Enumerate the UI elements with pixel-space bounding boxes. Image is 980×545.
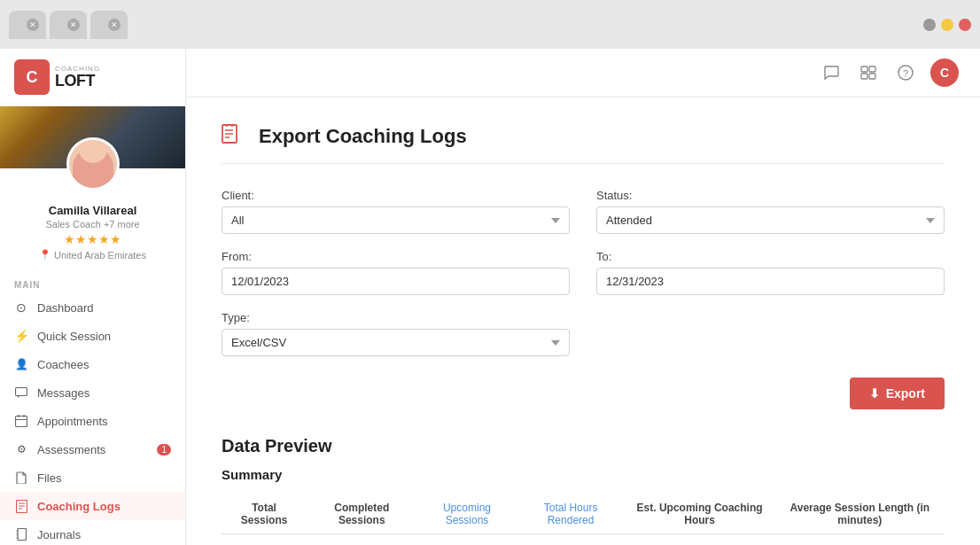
to-group: To:: [596, 250, 945, 295]
coachees-icon: 👤: [14, 357, 28, 371]
summary-est: 0: [625, 534, 775, 546]
from-label: From:: [222, 250, 570, 263]
window-btn-yellow[interactable]: [941, 19, 953, 31]
browser-tab-1[interactable]: ✕: [9, 11, 46, 39]
from-input[interactable]: [222, 268, 570, 295]
sidebar-item-label: Messages: [37, 386, 89, 400]
location-icon: 📍: [39, 249, 51, 261]
assessments-badge: 1: [157, 444, 171, 455]
export-form: Client: All Specific Client Status: Atte…: [222, 189, 945, 356]
window-btn-red[interactable]: [959, 19, 971, 31]
browser-tab-3[interactable]: ✕: [90, 11, 128, 39]
summary-total: 2: [222, 534, 307, 546]
summary-row: 2 2 0 0h 0m 19s 0 0.16 minutes: [222, 534, 945, 546]
type-select[interactable]: Excel/CSV PDF: [222, 329, 570, 356]
profile-role: Sales Coach +7 more: [0, 219, 185, 230]
summary-header-hours: Total Hours Rendered: [517, 494, 625, 534]
tab-close-1[interactable]: ✕: [27, 19, 39, 31]
client-group: Client: All Specific Client: [222, 189, 570, 234]
svg-rect-0: [16, 388, 27, 396]
client-select[interactable]: All Specific Client: [222, 206, 570, 234]
sidebar-item-messages[interactable]: Messages: [0, 378, 185, 407]
to-label: To:: [596, 250, 945, 263]
browser-tab-2[interactable]: ✕: [50, 11, 87, 39]
user-avatar[interactable]: C: [930, 58, 959, 87]
top-navbar: ? C: [186, 49, 980, 97]
status-label: Status:: [596, 189, 945, 202]
export-button[interactable]: ⬇ Export: [850, 378, 945, 409]
profile-stars: ★★★★★: [0, 232, 185, 246]
logo-text: COACHING LOFT: [55, 66, 100, 89]
type-label: Type:: [222, 311, 570, 324]
logo-icon: C: [14, 59, 50, 95]
profile-name: Camilla Villareal: [0, 204, 185, 217]
svg-text:?: ?: [903, 68, 908, 79]
export-btn-row: ⬇ Export: [222, 378, 945, 409]
sidebar-item-coaching-logs[interactable]: Coaching Logs: [0, 492, 185, 520]
status-group: Status: Attended Upcoming Cancelled: [596, 189, 945, 234]
sidebar: C COACHING LOFT Camilla Villareal Sales …: [0, 49, 186, 545]
profile-section: Camilla Villareal Sales Coach +7 more ★★…: [0, 106, 185, 271]
sidebar-section-main: MAIN: [0, 271, 185, 293]
export-label: Export: [886, 386, 925, 401]
dashboard-icon: ⊙: [14, 300, 28, 315]
sidebar-item-label: Coaching Logs: [37, 500, 121, 513]
quick-session-icon: ⚡: [14, 329, 28, 343]
page-icon: [222, 124, 246, 149]
sidebar-item-files[interactable]: Files: [0, 463, 185, 492]
sidebar-item-appointments[interactable]: Appointments: [0, 407, 185, 435]
data-preview-section: Data Preview Summary Total Sessions Comp…: [222, 436, 945, 545]
svg-rect-23: [869, 74, 875, 79]
page-header: Export Coaching Logs: [222, 124, 945, 164]
svg-rect-20: [861, 66, 867, 72]
coaching-logs-icon: [14, 499, 28, 513]
client-label: Client:: [222, 189, 570, 202]
sidebar-item-assessments[interactable]: ⚙ Assessments 1: [0, 435, 185, 463]
svg-rect-22: [861, 74, 867, 79]
sidebar-item-journals[interactable]: Journals: [0, 520, 185, 545]
window-btn-gray[interactable]: [923, 19, 936, 31]
summary-avg: 0.16 minutes: [775, 534, 945, 546]
summary-header-avg: Average Session Length (in minutes): [775, 494, 945, 534]
tab-close-3[interactable]: ✕: [108, 19, 121, 31]
summary-table: Total Sessions Completed Sessions Upcomi…: [222, 494, 945, 545]
data-preview-title: Data Preview: [222, 436, 945, 456]
summary-header-upcoming: Upcoming Sessions: [416, 494, 517, 534]
sidebar-item-label: Coachees: [37, 358, 89, 371]
summary-upcoming: 0: [416, 534, 517, 546]
view-icon[interactable]: [856, 60, 881, 85]
summary-header-est: Est. Upcoming Coaching Hours: [625, 494, 775, 534]
export-icon: ⬇: [869, 386, 880, 401]
svg-rect-1: [16, 417, 27, 427]
files-icon: [14, 471, 28, 485]
status-select[interactable]: Attended Upcoming Cancelled: [596, 206, 945, 234]
sidebar-item-coachees[interactable]: 👤 Coachees: [0, 350, 185, 378]
page-title: Export Coaching Logs: [259, 125, 467, 148]
content-area: Export Coaching Logs Client: All Specifi…: [186, 97, 980, 545]
sidebar-item-label: Journals: [37, 528, 81, 541]
sidebar-item-quick-session[interactable]: ⚡ Quick Session: [0, 322, 185, 350]
messages-icon: [14, 385, 28, 400]
summary-title: Summary: [222, 467, 945, 482]
chat-icon[interactable]: [819, 60, 844, 85]
journals-icon: [14, 527, 28, 541]
from-group: From:: [222, 250, 570, 295]
tab-close-2[interactable]: ✕: [67, 19, 80, 31]
appointments-icon: [14, 414, 28, 428]
svg-rect-21: [869, 66, 875, 72]
profile-location: 📍 United Arab Emirates: [0, 249, 185, 261]
to-input[interactable]: [596, 268, 945, 295]
assessments-icon: ⚙: [14, 442, 28, 456]
summary-completed: 2: [307, 534, 416, 546]
svg-rect-9: [18, 529, 27, 541]
sidebar-item-label: Assessments: [37, 443, 105, 456]
summary-header-completed: Completed Sessions: [307, 494, 416, 534]
sidebar-item-dashboard[interactable]: ⊙ Dashboard: [0, 293, 185, 322]
sidebar-item-label: Appointments: [37, 415, 108, 428]
help-icon[interactable]: ?: [893, 60, 918, 85]
avatar: [66, 137, 120, 191]
sidebar-item-label: Files: [37, 471, 61, 485]
logo: C COACHING LOFT: [0, 49, 185, 106]
sidebar-item-label: Dashboard: [37, 301, 94, 315]
sidebar-item-label: Quick Session: [37, 330, 111, 343]
